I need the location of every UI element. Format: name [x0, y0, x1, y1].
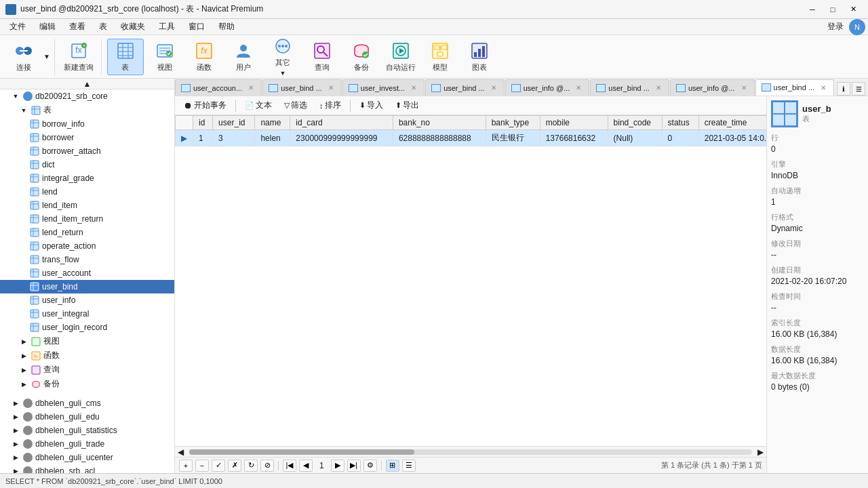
table-user-integral[interactable]: user_integral: [0, 307, 174, 321]
col-status[interactable]: status: [662, 116, 698, 130]
toolbar-other-button[interactable]: 其它 ▼: [264, 39, 301, 75]
tab-1[interactable]: user_bind ... ✕: [262, 79, 342, 96]
table-operate-action[interactable]: operate_action: [0, 239, 174, 253]
menu-tools[interactable]: 工具: [152, 20, 182, 34]
db-node-dbhelen_guli_ucenter[interactable]: ▶ dbhelen_guli_ucenter: [0, 451, 174, 464]
scroll-left-button[interactable]: ◀: [175, 447, 186, 457]
functions-section[interactable]: ▶ fx 函数: [0, 348, 174, 363]
begin-transaction-button[interactable]: ⏺ 开始事务: [179, 98, 231, 113]
close-button[interactable]: ✕: [844, 3, 863, 16]
menu-edit[interactable]: 编辑: [33, 20, 62, 34]
col-id[interactable]: id: [193, 116, 213, 130]
menu-help[interactable]: 帮助: [212, 20, 241, 34]
tab-3[interactable]: user_bind ... ✕: [425, 79, 505, 96]
tab-close-6[interactable]: ✕: [739, 83, 749, 93]
table-lend-return[interactable]: lend_return: [0, 226, 174, 239]
col-mobile[interactable]: mobile: [540, 116, 608, 130]
sort-button[interactable]: ↕ 排序: [315, 98, 346, 113]
toolbar-backup-button[interactable]: 备份: [343, 39, 380, 75]
scroll-up-button[interactable]: ▲: [0, 79, 174, 89]
menu-view[interactable]: 查看: [62, 20, 92, 34]
export-button[interactable]: ⬆ 导出: [391, 98, 424, 113]
col-name[interactable]: name: [255, 116, 290, 130]
tab-4[interactable]: user_info @... ✕: [505, 79, 590, 96]
table-user-account[interactable]: user_account: [0, 266, 174, 280]
table-user-bind[interactable]: user_bind: [0, 280, 174, 293]
toolbar-view-button[interactable]: 视图: [146, 39, 183, 75]
connect-dropdown[interactable]: ▼: [43, 53, 50, 60]
import-button[interactable]: ⬇ 导入: [355, 98, 388, 113]
tab-close-1[interactable]: ✕: [326, 83, 336, 93]
settings-button[interactable]: ⚙: [363, 460, 377, 472]
db-node-dbhelen_srb_acl[interactable]: ▶ dbhelen_srb_acl: [0, 464, 174, 473]
db-node-dbhelen_guli_cms[interactable]: ▶ dbhelen_guli_cms: [0, 396, 174, 410]
menu-table[interactable]: 表: [92, 20, 114, 34]
tab-close-7[interactable]: ✕: [818, 83, 828, 92]
table-borrower-attach[interactable]: borrower_attach: [0, 144, 174, 158]
toolbar-newquery-button[interactable]: fx + 新建查询: [60, 39, 97, 75]
tab-5[interactable]: user_bind ... ✕: [590, 79, 669, 96]
table-trans-flow[interactable]: trans_flow: [0, 253, 174, 266]
table-lend-item-return[interactable]: lend_item_return: [0, 212, 174, 226]
col-bank-type[interactable]: bank_type: [486, 116, 540, 130]
scroll-right-button[interactable]: ▶: [755, 447, 766, 457]
minimize-button[interactable]: ─: [803, 3, 822, 16]
toolbar-chart-button[interactable]: 图表: [461, 39, 498, 75]
next-page-button[interactable]: ▶: [331, 460, 344, 472]
col-create-time[interactable]: create_time: [698, 116, 766, 130]
remove-row-button[interactable]: −: [195, 460, 209, 472]
table-dict[interactable]: dict: [0, 158, 174, 171]
table-integral-grade[interactable]: integral_grade: [0, 171, 174, 185]
toolbar-query-button[interactable]: 查询: [304, 39, 340, 75]
table-user-info[interactable]: user_info: [0, 293, 174, 307]
db-node-dbhelen_guli_edu[interactable]: ▶ dbhelen_guli_edu: [0, 410, 174, 424]
info-button[interactable]: ℹ: [837, 82, 850, 96]
other-dropdown[interactable]: ▼: [279, 70, 285, 77]
filter-button[interactable]: ▽ 筛选: [279, 98, 312, 113]
toolbar-model-button[interactable]: 模型: [422, 39, 458, 75]
toolbar-connect-button[interactable]: 连接: [5, 39, 42, 75]
tab-close-4[interactable]: ✕: [574, 83, 583, 93]
table-lend-item[interactable]: lend_item: [0, 199, 174, 212]
menu-file[interactable]: 文件: [3, 20, 33, 34]
table-borrow-info[interactable]: borrow_info: [0, 117, 174, 131]
menu-window[interactable]: 窗口: [182, 20, 212, 34]
col-bind-code[interactable]: bind_code: [608, 116, 662, 130]
horizontal-scrollbar[interactable]: ◀ ▶: [175, 446, 766, 457]
table-container[interactable]: id user_id name id_card bank_no bank_typ…: [175, 115, 766, 446]
table-lend[interactable]: lend: [0, 185, 174, 199]
text-button[interactable]: 📄 文本: [240, 98, 277, 113]
tab-0[interactable]: user_accoun... ✕: [175, 79, 262, 96]
list-button[interactable]: ☰: [852, 82, 865, 96]
tab-7[interactable]: user_bind ... ✕: [755, 79, 835, 96]
scrollbar-track[interactable]: [189, 449, 752, 455]
db-node-dbhelen_guli_statistics[interactable]: ▶ dbhelen_guli_statistics: [0, 424, 174, 437]
first-page-button[interactable]: |◀: [283, 460, 296, 472]
menu-favorites[interactable]: 收藏夹: [114, 20, 152, 34]
last-page-button[interactable]: ▶|: [347, 460, 361, 472]
col-id-card[interactable]: id_card: [290, 116, 393, 130]
col-bank-no[interactable]: bank_no: [393, 116, 486, 130]
tables-section[interactable]: ▼ 表: [0, 103, 174, 117]
tab-close-0[interactable]: ✕: [246, 83, 256, 93]
tab-close-5[interactable]: ✕: [654, 83, 663, 93]
toolbar-auto-button[interactable]: 自动运行: [382, 39, 419, 75]
table-row[interactable]: ▶ 1 3 helen 230000999999999999 628888888…: [176, 130, 767, 146]
tab-close-3[interactable]: ✕: [489, 83, 498, 93]
toolbar-user-button[interactable]: 用户: [225, 39, 262, 75]
db-node-dbhelen_guli_trade[interactable]: ▶ dbhelen_guli_trade: [0, 437, 174, 451]
add-row-button[interactable]: +: [179, 460, 193, 472]
confirm-button[interactable]: ✓: [212, 460, 225, 472]
col-user-id[interactable]: user_id: [213, 116, 255, 130]
queries-section[interactable]: ▶ 查询: [0, 363, 174, 377]
table-user-login-record[interactable]: user_login_record: [0, 321, 174, 334]
toolbar-table-button[interactable]: 表: [107, 39, 144, 75]
refresh-button[interactable]: ↻: [244, 460, 258, 472]
tab-close-2[interactable]: ✕: [409, 83, 418, 93]
views-section[interactable]: ▶ 视图: [0, 334, 174, 348]
delete-button[interactable]: ⊘: [260, 460, 274, 472]
table-borrower[interactable]: borrower: [0, 131, 174, 144]
grid-view-button[interactable]: ⊞: [386, 460, 399, 472]
prev-page-button[interactable]: ◀: [299, 460, 313, 472]
cancel-edit-button[interactable]: ✗: [228, 460, 241, 472]
